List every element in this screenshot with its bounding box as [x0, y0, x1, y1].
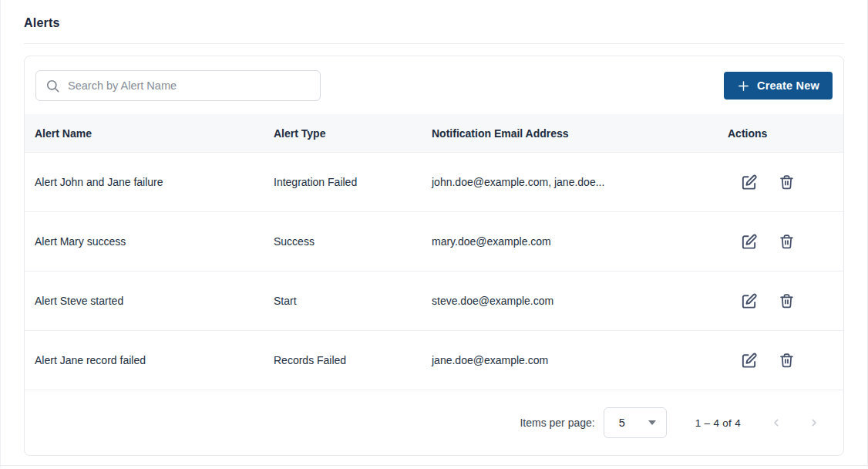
cell-alert-type: Success — [264, 235, 422, 248]
column-header-email: Notification Email Address — [422, 127, 718, 140]
column-header-alert-type: Alert Type — [264, 127, 422, 140]
cell-email: john.doe@example.com, jane.doe... — [422, 176, 718, 188]
caret-down-icon — [648, 420, 656, 425]
table-row: Alert Jane record failed Records Failed … — [25, 331, 843, 390]
create-new-button[interactable]: Create New — [724, 72, 833, 100]
trash-icon — [779, 352, 795, 369]
cell-alert-name: Alert John and Jane failure — [25, 176, 264, 188]
cell-alert-type: Records Failed — [264, 354, 422, 366]
trash-icon — [779, 174, 795, 191]
edit-icon — [740, 352, 758, 369]
pager — [767, 413, 823, 432]
search-box[interactable] — [35, 70, 321, 101]
trash-icon — [779, 292, 795, 310]
items-per-page-value: 5 — [619, 417, 625, 429]
edit-icon — [740, 174, 758, 191]
cell-alert-type: Start — [264, 295, 422, 307]
delete-button[interactable] — [779, 352, 795, 369]
search-icon — [45, 79, 60, 93]
cell-email: jane.doe@example.com — [422, 354, 718, 366]
column-header-alert-name: Alert Name — [25, 127, 264, 140]
delete-button[interactable] — [779, 174, 795, 191]
plus-icon — [737, 79, 750, 93]
edit-icon — [740, 233, 758, 251]
column-header-actions: Actions — [718, 127, 843, 140]
table-row: Alert Steve started Start steve.doe@exam… — [25, 272, 843, 331]
cell-actions — [718, 352, 843, 369]
page-container: Alerts Create New Alert Name — [0, 0, 868, 469]
table-row: Alert John and Jane failure Integration … — [25, 153, 843, 212]
trash-icon — [779, 233, 795, 251]
cell-actions — [718, 174, 843, 191]
cell-alert-type: Integration Failed — [264, 176, 422, 188]
search-input[interactable] — [68, 79, 311, 92]
cell-actions — [718, 292, 843, 310]
items-per-page-select[interactable]: 5 — [604, 407, 667, 438]
delete-button[interactable] — [779, 292, 795, 310]
next-page-button[interactable] — [805, 413, 823, 432]
title-divider — [24, 43, 844, 44]
cell-alert-name: Alert Mary success — [25, 235, 264, 248]
cell-email: mary.doe@example.com — [422, 235, 718, 248]
cell-actions — [718, 233, 843, 251]
create-new-label: Create New — [757, 79, 819, 92]
toolbar: Create New — [25, 56, 843, 114]
alerts-card: Create New Alert Name Alert Type Notific… — [24, 56, 844, 456]
cell-email: steve.doe@example.com — [422, 295, 718, 307]
table-row: Alert Mary success Success mary.doe@exam… — [25, 212, 843, 272]
chevron-right-icon — [808, 417, 820, 429]
edit-button[interactable] — [740, 352, 758, 369]
page-range-text: 1 – 4 of 4 — [695, 417, 741, 429]
cell-alert-name: Alert Steve started — [25, 295, 264, 307]
cell-alert-name: Alert Jane record failed — [25, 354, 264, 366]
delete-button[interactable] — [779, 233, 795, 251]
items-per-page-label: Items per page: — [520, 417, 594, 429]
page-title: Alerts — [1, 0, 867, 43]
table-header-row: Alert Name Alert Type Notification Email… — [25, 114, 843, 153]
prev-page-button[interactable] — [767, 413, 786, 432]
edit-icon — [740, 292, 758, 310]
edit-button[interactable] — [740, 292, 758, 310]
edit-button[interactable] — [740, 174, 758, 191]
edit-button[interactable] — [740, 233, 758, 251]
pagination-bar: Items per page: 5 1 – 4 of 4 — [25, 390, 843, 455]
chevron-left-icon — [770, 417, 782, 429]
